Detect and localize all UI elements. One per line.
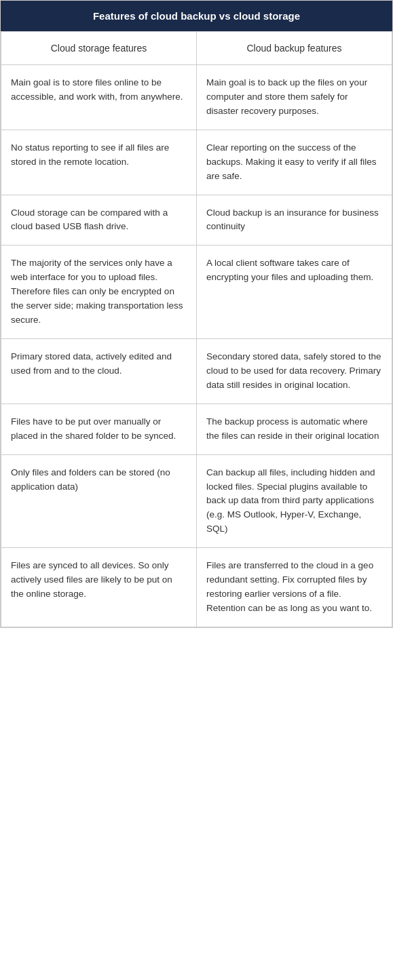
cell-storage-0: Main goal is to store files online to be…	[1, 65, 197, 130]
table-row: Main goal is to store files online to be…	[1, 65, 392, 130]
table-body: Main goal is to store files online to be…	[1, 65, 392, 627]
table-title: Features of cloud backup vs cloud storag…	[1, 1, 392, 31]
header-row: Cloud storage features Cloud backup feat…	[1, 32, 392, 65]
cell-storage-7: Files are synced to all devices. So only…	[1, 548, 197, 627]
table-row: Only files and folders can be stored (no…	[1, 454, 392, 548]
cell-backup-0: Main goal is to back up the files on you…	[197, 65, 392, 130]
table-row: Primary stored data, actively edited and…	[1, 338, 392, 404]
header-col1: Cloud storage features	[1, 32, 197, 65]
header-col2: Cloud backup features	[197, 32, 392, 65]
table-row: Files are synced to all devices. So only…	[1, 548, 392, 627]
cell-backup-7: Files are transferred to the cloud in a …	[197, 548, 392, 627]
cell-storage-3: The majority of the services only have a…	[1, 246, 197, 339]
table-row: The majority of the services only have a…	[1, 246, 392, 339]
cell-storage-5: Files have to be put over manually or pl…	[1, 404, 197, 454]
table-row: Files have to be put over manually or pl…	[1, 404, 392, 454]
cell-storage-4: Primary stored data, actively edited and…	[1, 338, 197, 404]
table-row: Cloud storage can be compared with a clo…	[1, 195, 392, 246]
cell-backup-3: A local client software takes care of en…	[197, 246, 392, 339]
cell-storage-1: No status reporting to see if all files …	[1, 130, 197, 195]
cell-backup-6: Can backup all files, including hidden a…	[197, 454, 392, 548]
cell-storage-6: Only files and folders can be stored (no…	[1, 454, 197, 548]
table-row: No status reporting to see if all files …	[1, 130, 392, 195]
comparison-table-container: Features of cloud backup vs cloud storag…	[0, 0, 393, 628]
cell-storage-2: Cloud storage can be compared with a clo…	[1, 195, 197, 246]
cell-backup-5: The backup process is automatic where th…	[197, 404, 392, 454]
comparison-table: Cloud storage features Cloud backup feat…	[1, 31, 392, 627]
cell-backup-4: Secondary stored data, safely stored to …	[197, 338, 392, 404]
cell-backup-2: Cloud backup is an insurance for busines…	[197, 195, 392, 246]
cell-backup-1: Clear reporting on the success of the ba…	[197, 130, 392, 195]
